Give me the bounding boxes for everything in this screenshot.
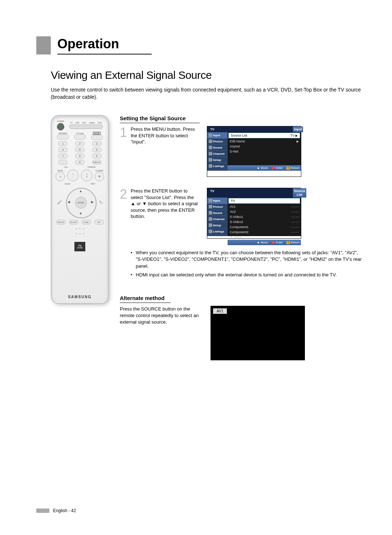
step-2-block: 2 Press the ENTER button to select "Sour… — [120, 188, 363, 284]
picture-icon — [209, 139, 212, 143]
listings-icon — [209, 230, 212, 233]
arrow-right-icon: ▶ — [295, 134, 298, 137]
dpad: ▲ ▼ ◀ ▶ ENTER — [66, 188, 95, 217]
osd1-title: Input — [293, 126, 303, 132]
page-title: Viewing an External Signal Source — [51, 69, 363, 81]
antenna-button — [57, 134, 69, 139]
subheading-signal-source: Setting the Signal Source — [120, 115, 200, 123]
alternate-heading: Alternate method — [120, 295, 171, 303]
osd1-sidebar: Input Picture Sound Channel Setup Listin… — [207, 132, 228, 171]
bullet-1: When you connect equipment to the TV, yo… — [131, 250, 363, 269]
instructions-column: Setting the Signal Source 1 Press the ME… — [120, 115, 363, 360]
setup-icon — [209, 223, 212, 227]
tv-guide-logo: TVGUIDE — [74, 242, 85, 251]
osd2-tv-label: TV — [207, 188, 293, 198]
picture-icon — [209, 205, 212, 208]
alternate-text: Press the SOURCE button on the remote co… — [120, 306, 200, 326]
osd2-main: TV AV1- - - - AV2- - - - S-Video1- - - -… — [228, 198, 301, 236]
enter-button: ENTER — [75, 197, 87, 208]
arrow-down-icon: ▼ — [79, 212, 82, 215]
source-button: ⦿ — [95, 172, 104, 181]
sound-icon — [209, 146, 212, 149]
brand-logo: SAMSUNG — [68, 295, 91, 299]
num-6: 6 — [92, 147, 102, 152]
section-title: Operation — [57, 36, 152, 54]
num-1: 1 — [58, 141, 68, 146]
device-switch — [69, 125, 103, 129]
num-9: 9 — [92, 154, 102, 158]
pre-ch: PRE-CH — [92, 160, 102, 165]
osd1-tv-label: TV — [207, 126, 293, 132]
mode-button — [91, 135, 103, 140]
step-1-block: 1 Press the MENU button. Press the ENTER… — [120, 126, 363, 177]
num-5: 5 — [75, 147, 85, 152]
setup-icon — [209, 158, 212, 162]
arrow-right-icon: ▶ — [297, 140, 299, 143]
num-0: 0 — [75, 160, 85, 165]
footer-text: English - 42 — [53, 508, 76, 513]
vol-rocker: ＋− — [67, 170, 79, 181]
channel-icon — [209, 217, 212, 221]
num-2: 2 — [75, 141, 85, 146]
num-4: 4 — [58, 147, 68, 152]
arrow-left-icon: ◀ — [68, 200, 70, 204]
power-label: POWER — [57, 120, 64, 122]
page-footer: English - 42 — [36, 508, 76, 513]
step-2-bullets: When you connect equipment to the TV, yo… — [131, 250, 363, 280]
arrow-up-icon: ▲ — [79, 189, 82, 193]
listings-icon — [209, 164, 212, 168]
osd1-main: Source List: TV ▶ Edit Name▶ Anynet D-Ne… — [228, 132, 301, 171]
num-7: 7 — [58, 154, 68, 158]
alternate-row: Press the SOURCE button on the remote co… — [120, 306, 363, 360]
osd2-sidebar: Input Picture Sound Channel Setup Listin… — [207, 198, 228, 236]
arrow-right-icon: ▶ — [91, 200, 94, 204]
alternate-badge: AV1 — [213, 308, 227, 314]
section-header-accent — [36, 36, 51, 54]
section-header: Operation — [36, 36, 363, 54]
remote-control-illustration: POWER ⏻ TV STB VCR CABLE DVD ANTENNA TV — [51, 115, 109, 304]
manual-page: Operation Viewing an External Signal Sou… — [0, 0, 392, 535]
num-dash: - — [58, 160, 68, 165]
content-row: POWER ⏻ TV STB VCR CABLE DVD ANTENNA TV — [51, 115, 363, 360]
num-8: 8 — [75, 154, 85, 158]
sound-icon — [209, 211, 212, 215]
ch-rocker: ∧∨ — [81, 170, 93, 181]
input-icon — [209, 199, 212, 202]
step-2-text: Press the ENTER button to select "Source… — [131, 188, 200, 220]
osd-source-list: TV Source List Input Picture Sound Chann… — [207, 188, 301, 239]
intro-text: Use the remote control to switch between… — [51, 86, 363, 101]
power-button: ⏻ — [57, 123, 64, 130]
footer-bar — [36, 508, 49, 513]
step-2-number: 2 — [120, 188, 127, 201]
channel-icon — [209, 152, 212, 155]
osd-input-menu: TV Input Input Picture Sound Channel Set… — [207, 126, 301, 177]
osd-alternate: AV1 — [211, 306, 305, 360]
osd2-title: Source List — [293, 188, 306, 198]
step-1-text: Press the MENU button. Press the ENTER b… — [131, 126, 200, 145]
input-icon — [209, 133, 212, 137]
mute-button: ✕ — [56, 172, 65, 181]
step-1-number: 1 — [120, 126, 127, 139]
num-3: 3 — [92, 141, 102, 146]
tvguide-button — [74, 134, 86, 139]
bullet-2: HDMI input can be selected only when the… — [131, 272, 363, 278]
